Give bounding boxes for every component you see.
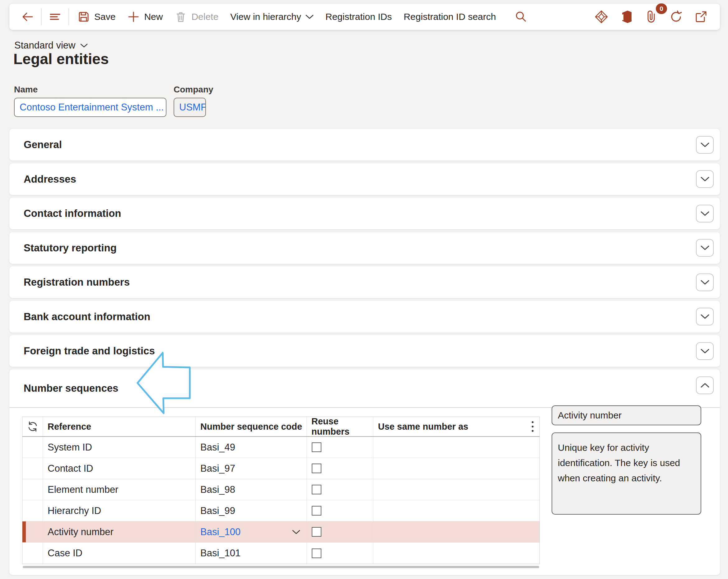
section-title[interactable]: Registration numbers bbox=[24, 276, 130, 288]
section-title[interactable]: Statutory reporting bbox=[24, 242, 117, 254]
grid-row-activity-number[interactable]: Activity numberBasi_100 bbox=[22, 522, 540, 543]
row-select-cell[interactable] bbox=[22, 458, 43, 479]
reference-cell[interactable]: Activity number bbox=[43, 522, 196, 542]
reference-cell[interactable]: Element number bbox=[43, 479, 196, 500]
expand-section-button[interactable] bbox=[696, 170, 714, 188]
grid-row-case-id[interactable]: Case IDBasi_101 bbox=[22, 543, 540, 564]
column-header-use-same-number-as[interactable]: Use same number as bbox=[373, 417, 539, 436]
product-switcher-button[interactable] bbox=[590, 7, 613, 26]
back-button[interactable] bbox=[17, 7, 38, 26]
expand-section-button[interactable] bbox=[696, 342, 714, 360]
section-title[interactable]: Addresses bbox=[24, 173, 76, 185]
row-select-cell[interactable] bbox=[22, 543, 43, 564]
reuse-numbers-cell bbox=[307, 479, 373, 500]
office-apps-button[interactable] bbox=[615, 7, 638, 26]
reuse-numbers-checkbox[interactable] bbox=[312, 464, 321, 473]
new-button[interactable]: New bbox=[121, 7, 168, 26]
chevron-down-icon bbox=[701, 348, 709, 354]
save-button[interactable]: Save bbox=[72, 7, 121, 26]
name-field-block: Name Contoso Entertainment System ... bbox=[14, 85, 166, 117]
reference-cell[interactable]: System ID bbox=[43, 437, 196, 458]
use-same-number-as-cell[interactable] bbox=[373, 500, 539, 521]
reuse-numbers-checkbox[interactable] bbox=[312, 506, 321, 516]
row-select-cell[interactable] bbox=[22, 522, 43, 542]
attachments-button[interactable]: 0 bbox=[640, 7, 663, 26]
reuse-numbers-checkbox[interactable] bbox=[312, 485, 321, 494]
chevron-up-icon bbox=[701, 383, 709, 388]
attachment-count-badge: 0 bbox=[656, 3, 667, 14]
name-field[interactable]: Contoso Entertainment System ... bbox=[14, 98, 166, 117]
grid-row-element-number[interactable]: Element numberBasi_98 bbox=[22, 479, 540, 500]
number-sequence-code-cell[interactable]: Basi_98 bbox=[196, 479, 307, 500]
use-same-number-as-cell[interactable] bbox=[373, 543, 539, 564]
use-same-number-as-cell[interactable] bbox=[373, 437, 539, 458]
section-title[interactable]: Number sequences bbox=[24, 369, 118, 407]
column-header-reuse-numbers[interactable]: Reuse numbers bbox=[307, 417, 373, 436]
row-select-cell[interactable] bbox=[22, 479, 43, 500]
company-label: Company bbox=[174, 85, 213, 95]
chevron-down-icon bbox=[701, 314, 709, 319]
refresh-icon bbox=[669, 10, 683, 24]
use-same-number-as-cell[interactable] bbox=[373, 458, 539, 479]
number-sequence-code-cell[interactable]: Basi_101 bbox=[196, 543, 307, 564]
use-same-number-as-cell[interactable] bbox=[373, 522, 539, 542]
reuse-numbers-cell bbox=[307, 522, 373, 542]
registration-id-search-button[interactable]: Registration ID search bbox=[398, 7, 502, 26]
reference-cell[interactable]: Case ID bbox=[43, 543, 196, 564]
reuse-numbers-cell bbox=[307, 543, 373, 564]
section-title[interactable]: Contact information bbox=[24, 208, 121, 219]
company-value: USMF bbox=[179, 102, 206, 113]
view-selector[interactable]: Standard view bbox=[14, 40, 88, 51]
row-select-cell[interactable] bbox=[22, 500, 43, 521]
registration-ids-label: Registration IDs bbox=[326, 11, 392, 22]
lookup-chevron-down-icon[interactable] bbox=[292, 529, 300, 534]
number-sequence-code-cell[interactable]: Basi_49 bbox=[196, 437, 307, 458]
description-text: Unique key for activity identification. … bbox=[558, 442, 680, 483]
reference-cell[interactable]: Hierarchy ID bbox=[43, 500, 196, 521]
number-sequence-code-cell[interactable]: Basi_97 bbox=[196, 458, 307, 479]
company-field[interactable]: USMF bbox=[174, 98, 206, 117]
chevron-down-icon bbox=[306, 14, 314, 19]
grid-refresh-cell[interactable] bbox=[22, 417, 43, 436]
section-title[interactable]: General bbox=[24, 139, 62, 151]
refresh-button[interactable] bbox=[665, 7, 687, 26]
column-header-number-sequence-code[interactable]: Number sequence code bbox=[196, 417, 307, 436]
reuse-numbers-cell bbox=[307, 458, 373, 479]
reuse-numbers-checkbox[interactable] bbox=[312, 527, 321, 537]
expand-section-button[interactable] bbox=[696, 136, 714, 154]
search-button[interactable] bbox=[510, 7, 532, 26]
page-title: Legal entities bbox=[14, 50, 109, 68]
attachments-icon bbox=[644, 10, 658, 24]
section-bank-account-information: Bank account information bbox=[9, 301, 720, 333]
reuse-numbers-checkbox[interactable] bbox=[312, 549, 321, 558]
use-same-number-as-cell[interactable] bbox=[373, 479, 539, 500]
activity-number-field[interactable]: Activity number bbox=[552, 405, 701, 425]
hamburger-button[interactable] bbox=[44, 7, 66, 26]
grid-row-system-id[interactable]: System IDBasi_49 bbox=[22, 437, 540, 458]
reuse-numbers-checkbox[interactable] bbox=[312, 442, 321, 452]
row-select-cell[interactable] bbox=[22, 437, 43, 458]
section-title[interactable]: Bank account information bbox=[24, 311, 150, 323]
number-sequence-code-cell[interactable]: Basi_100 bbox=[196, 522, 307, 542]
expand-section-button[interactable] bbox=[696, 273, 714, 291]
grid-row-contact-id[interactable]: Contact IDBasi_97 bbox=[22, 458, 540, 479]
expand-section-button[interactable] bbox=[696, 308, 714, 325]
delete-button[interactable]: Delete bbox=[168, 7, 224, 26]
code-lookup-link[interactable]: Basi_100 bbox=[200, 526, 240, 537]
code-value: Basi_49 bbox=[200, 442, 235, 453]
registration-ids-button[interactable]: Registration IDs bbox=[319, 7, 398, 26]
grid-row-hierarchy-id[interactable]: Hierarchy IDBasi_99 bbox=[22, 500, 540, 522]
number-sequence-code-cell[interactable]: Basi_99 bbox=[196, 500, 307, 521]
horizontal-scrollbar[interactable] bbox=[23, 566, 539, 568]
view-in-hierarchy-button[interactable]: View in hierarchy bbox=[224, 7, 319, 26]
reference-cell[interactable]: Contact ID bbox=[43, 458, 196, 479]
back-icon bbox=[21, 10, 34, 23]
expand-section-button[interactable] bbox=[696, 205, 714, 222]
open-in-new-window-button[interactable] bbox=[690, 7, 712, 26]
command-bar: Save New Delete View in hierarchy Regist… bbox=[9, 4, 720, 30]
collapse-section-button[interactable] bbox=[696, 376, 714, 394]
column-header-reference[interactable]: Reference bbox=[43, 417, 196, 436]
grid-options-kebab-icon[interactable] bbox=[531, 417, 534, 436]
save-icon bbox=[77, 10, 90, 23]
expand-section-button[interactable] bbox=[696, 239, 714, 257]
